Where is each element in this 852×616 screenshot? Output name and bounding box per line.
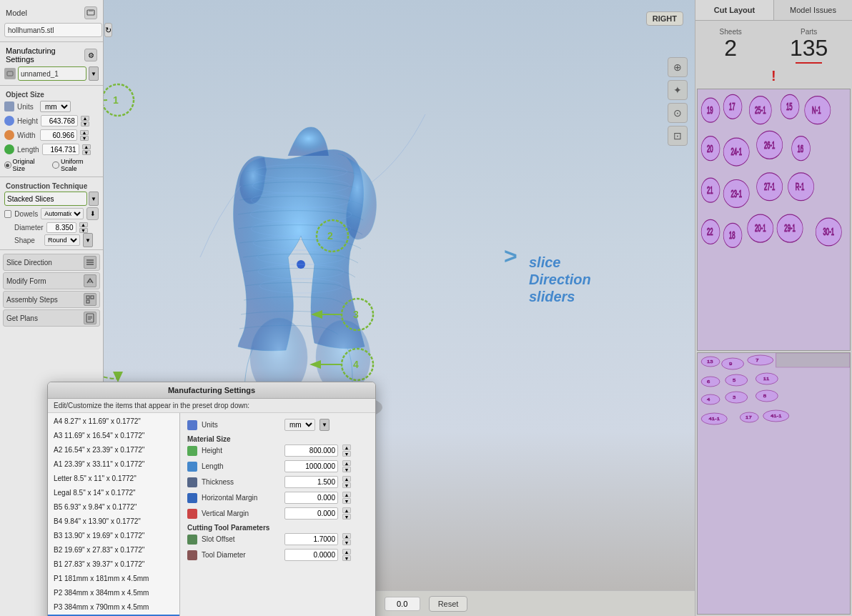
rotate-angle-input[interactable] (385, 597, 420, 611)
list-item[interactable]: B5 6.93" x 9.84" x 0.1772" (48, 500, 179, 515)
uniform-scale-radio[interactable] (52, 162, 59, 169)
pan-ctrl[interactable]: ✦ (668, 80, 688, 100)
dialog-slot-up[interactable]: ▲ (342, 533, 351, 539)
list-item[interactable]: B3 13.90" x 19.69" x 0.1772" (48, 529, 179, 543)
dowels-checkbox[interactable] (4, 210, 11, 218)
rotate-ctrl[interactable]: ⊕ (668, 57, 688, 77)
uniform-scale-option[interactable]: Uniform Scale (52, 158, 99, 172)
dialog-length-input[interactable] (284, 460, 338, 472)
tab-cut-layout[interactable]: Cut Layout (695, 0, 774, 20)
list-item[interactable]: A3 11.69" x 16.54" x 0.1772" (48, 429, 179, 443)
viewport-controls: ⊕ ✦ ⊙ ⊡ (668, 57, 688, 146)
model-filename-input[interactable] (4, 23, 102, 37)
dialog-hmargin-up[interactable]: ▲ (342, 492, 351, 497)
diameter-down[interactable]: ▼ (79, 228, 88, 233)
dialog-thickness-down[interactable]: ▼ (342, 482, 351, 488)
width-input[interactable] (40, 129, 77, 141)
dialog-vmargin-up[interactable]: ▲ (342, 507, 351, 513)
dialog-hmargin-down[interactable]: ▼ (342, 498, 351, 504)
length-up[interactable]: ▲ (82, 144, 91, 149)
modify-form-icon[interactable] (84, 274, 96, 287)
list-item[interactable]: A4 8.27" x 11.69" x 0.1772" (48, 414, 179, 429)
construction-select[interactable]: Stacked Slices (4, 192, 87, 206)
list-item[interactable]: Letter 8.5" x 11" x 0.1772" (48, 472, 179, 486)
dialog-tool-down[interactable]: ▼ (342, 555, 351, 561)
list-item[interactable]: B2 19.69" x 27.83" x 0.1772" (48, 543, 179, 557)
list-item[interactable]: B4 9.84" x 13.90" x 0.1772" (48, 515, 179, 529)
list-item[interactable]: A1 23.39" x 33.11" x 0.1772" (48, 457, 179, 472)
shape-row: Shape Round ▼ (0, 234, 103, 247)
uniform-scale-label: Uniform Scale (61, 158, 99, 172)
slice-direction-icon[interactable] (84, 256, 96, 269)
list-item[interactable]: Legal 8.5" x 14" x 0.1772" (48, 486, 179, 500)
assembly-steps-icon[interactable] (84, 293, 96, 306)
dialog-vmargin-input[interactable] (284, 507, 338, 520)
fit-ctrl[interactable]: ⊡ (668, 126, 688, 146)
cut-layout-sheet-2[interactable]: 13 9 7 6 5 11 4 3 8 41-1 17 4 (697, 352, 851, 615)
dialog-hmargin-input[interactable] (284, 492, 338, 504)
dialog-height-up[interactable]: ▲ (342, 444, 351, 450)
slice-direction-row[interactable]: Slice Direction (3, 254, 100, 271)
list-item[interactable]: P3 384mm x 790mm x 4.5mm (48, 600, 179, 615)
dowels-icon[interactable]: ⬇ (86, 207, 99, 220)
assembly-steps-row[interactable]: Assembly Steps (3, 291, 100, 308)
preset-dropdown[interactable]: unnamed_1 (18, 66, 86, 81)
modify-form-label: Modify Form (6, 277, 46, 285)
dialog-thickness-up[interactable]: ▲ (342, 476, 351, 482)
dialog-slot-down[interactable]: ▼ (342, 540, 351, 545)
diameter-up[interactable]: ▲ (79, 222, 88, 227)
reset-button[interactable]: Reset (429, 596, 468, 612)
dialog-thickness-input[interactable] (284, 476, 338, 488)
units-select[interactable]: mm in (40, 101, 71, 112)
diameter-input[interactable] (46, 222, 76, 233)
get-plans-icon[interactable] (84, 312, 96, 324)
zoom-ctrl[interactable]: ⊙ (668, 103, 688, 123)
tab-model-issues[interactable]: Model Issues (774, 0, 852, 20)
dialog-height-input[interactable] (284, 444, 338, 457)
height-up[interactable]: ▲ (81, 116, 89, 121)
length-down[interactable]: ▼ (82, 150, 91, 155)
diameter-row: Diameter ▲ ▼ (0, 221, 103, 234)
list-item[interactable]: B1 27.83" x 39.37" x 0.1772" (48, 557, 179, 572)
dialog-tool-up[interactable]: ▲ (342, 549, 351, 555)
width-down[interactable]: ▼ (80, 136, 89, 141)
dialog-slot-input[interactable] (284, 533, 338, 545)
modify-form-row[interactable]: Modify Form (3, 272, 100, 289)
mfg-presets-list[interactable]: A4 8.27" x 11.69" x 0.1772" A3 11.69" x … (48, 413, 180, 616)
mfg-settings-gear[interactable]: ⚙ (84, 49, 97, 61)
cut-layout-sheet-1[interactable]: 19 17 25-1 15 N-1 20 24-1 26-1 16 21 23-… (697, 89, 851, 351)
dialog-vmargin-down[interactable]: ▼ (342, 514, 351, 520)
slice-text-annotation: sliceDirectionsliders (529, 254, 591, 305)
shape-dropdown-arrow[interactable]: ▼ (83, 233, 93, 247)
dialog-slot-label: Slot Offset (202, 535, 280, 543)
svg-text:N-1: N-1 (812, 104, 821, 116)
get-plans-row[interactable]: Get Plans (3, 309, 100, 327)
list-item[interactable]: A2 16.54" x 23.39" x 0.1772" (48, 443, 179, 457)
dialog-length-up[interactable]: ▲ (342, 460, 351, 466)
dialog-units-select[interactable]: mmin (284, 419, 315, 431)
units-form-icon (187, 420, 197, 430)
dialog-height-down[interactable]: ▼ (342, 451, 351, 457)
original-size-option[interactable]: Original Size (4, 158, 46, 172)
preset-dropdown-arrow[interactable]: ▼ (89, 66, 99, 81)
svg-point-88 (701, 394, 720, 404)
list-item[interactable]: P2 384mm x 384mm x 4.5mm (48, 586, 179, 600)
dialog-tool-input[interactable] (284, 549, 338, 561)
original-size-radio[interactable] (4, 162, 11, 169)
dialog-slot-row: Slot Offset ▲ ▼ (187, 533, 368, 545)
mfg-dialog-form: Units mmin ▼ Material Size Height ▲ ▼ (180, 413, 375, 616)
model-icon-btn[interactable] (84, 6, 97, 19)
height-down[interactable]: ▼ (81, 121, 89, 126)
height-stepper: ▲ ▼ (81, 116, 89, 126)
units-arrow[interactable]: ▼ (320, 419, 330, 431)
construction-dropdown-arrow[interactable]: ▼ (89, 192, 99, 206)
list-item[interactable]: P1 181mm x 181mm x 4.5mm (48, 572, 179, 586)
dowels-auto-select[interactable]: Automatic (41, 208, 84, 219)
refresh-button[interactable]: ↻ (104, 23, 112, 37)
shape-select[interactable]: Round (44, 234, 80, 246)
length-input[interactable] (42, 144, 79, 155)
preset-icon (4, 68, 16, 79)
width-up[interactable]: ▲ (80, 130, 89, 135)
height-input[interactable] (41, 115, 78, 126)
dialog-length-down[interactable]: ▼ (342, 467, 351, 472)
